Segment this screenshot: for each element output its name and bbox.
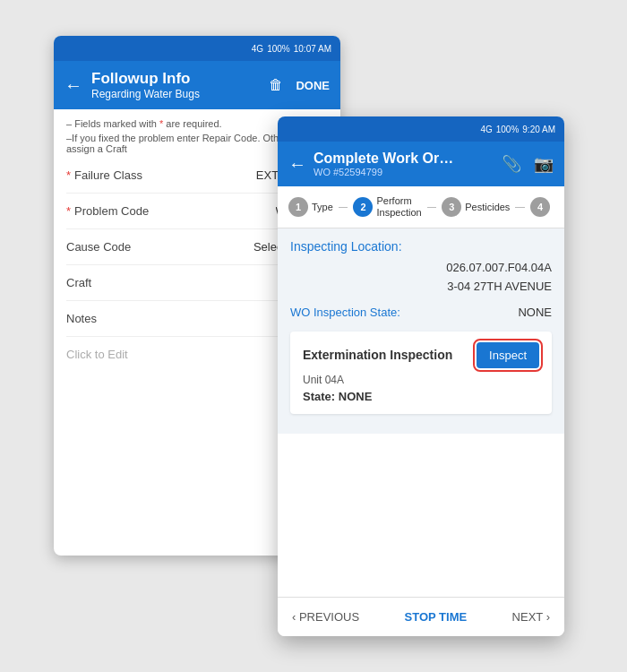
- stop-time-button[interactable]: STOP TIME: [405, 610, 468, 624]
- title-sub-back: Regarding Water Bugs: [91, 88, 269, 100]
- problem-code-label: * Problem Code: [66, 204, 149, 218]
- step-connector-1: [339, 207, 348, 208]
- title-main-back: Followup Info: [91, 70, 269, 88]
- required-marker-1: *: [159, 118, 163, 129]
- step-circle-3: 3: [442, 197, 461, 217]
- camera-icon[interactable]: 📷: [534, 154, 554, 174]
- inspection-unit: Unit 04A: [303, 374, 539, 386]
- battery-icon-front: 100%: [496, 125, 520, 134]
- header-icons-front: 📎 📷: [502, 154, 554, 174]
- location-line2: 3-04 27TH AVENUE: [290, 278, 552, 297]
- wo-inspection-state-row: WO Inspection State: NONE: [290, 306, 552, 319]
- status-bar-front: 4G 100% 9:20 AM: [278, 116, 564, 142]
- inspection-state: State: NONE: [303, 390, 539, 403]
- location-text: 026.07.007.F04.04A 3-04 27TH AVENUE: [290, 259, 552, 297]
- bottom-nav: ‹ PREVIOUS STOP TIME NEXT ›: [278, 597, 564, 636]
- step-circle-4: 4: [530, 197, 550, 217]
- inspection-card: Extermination Inspection Inspect Unit 04…: [290, 332, 552, 414]
- step-2: 2 PerformInspection: [353, 195, 421, 219]
- inspection-card-header: Extermination Inspection Inspect: [303, 342, 539, 368]
- step-connector-3: [515, 207, 525, 208]
- craft-text: Craft: [66, 276, 91, 289]
- time-front: 9:20 AM: [522, 125, 555, 134]
- app-header-front: ← Complete Work Or… WO #52594799 📎 📷: [278, 142, 564, 186]
- inspection-state-value: NONE: [339, 390, 373, 403]
- step-1: 1 Type: [288, 197, 333, 217]
- main-content: Inspecting Location: 026.07.007.F04.04A …: [278, 228, 564, 434]
- cause-code-text: Cause Code: [66, 240, 131, 254]
- attachment-icon[interactable]: 📎: [502, 154, 521, 174]
- step-label-1: Type: [312, 202, 333, 213]
- inspect-button[interactable]: Inspect: [477, 342, 539, 368]
- header-center-front: Complete Work Or… WO #52594799: [314, 151, 502, 177]
- step-label-2: PerformInspection: [376, 195, 421, 219]
- header-actions-back: 🗑 DONE: [269, 77, 330, 93]
- time-back: 10:07 AM: [294, 44, 331, 54]
- step-circle-1: 1: [288, 197, 308, 217]
- step-connector-2: [427, 207, 437, 208]
- wo-inspection-state-value: NONE: [518, 306, 552, 319]
- app-header-back: ← Followup Info Regarding Water Bugs 🗑 D…: [54, 61, 340, 109]
- inspecting-location-title: Inspecting Location:: [290, 239, 552, 254]
- step-label-3: Pesticides: [465, 202, 510, 213]
- phone-front: 4G 100% 9:20 AM ← Complete Work Or… WO #…: [278, 116, 564, 636]
- inspection-state-label: State:: [303, 390, 335, 403]
- problem-code-text: Problem Code: [74, 204, 149, 218]
- battery-icon-back: 100%: [267, 44, 290, 54]
- failure-class-text: Failure Class: [74, 168, 142, 182]
- wo-inspection-state-label: WO Inspection State:: [290, 306, 400, 319]
- next-button[interactable]: NEXT ›: [512, 610, 550, 624]
- cause-code-label: Cause Code: [66, 240, 131, 254]
- craft-label: Craft: [66, 276, 91, 289]
- req-star-1: *: [66, 168, 71, 182]
- previous-button[interactable]: ‹ PREVIOUS: [292, 610, 359, 624]
- back-button-front[interactable]: ←: [288, 154, 306, 175]
- step-circle-2: 2: [353, 197, 373, 217]
- signal-icon-back: 4G: [252, 44, 263, 54]
- notes-label: Notes: [66, 312, 97, 325]
- header-title-back: Followup Info Regarding Water Bugs: [91, 70, 269, 100]
- location-line1: 026.07.007.F04.04A: [290, 259, 552, 278]
- status-bar-back: 4G 100% 10:07 AM: [54, 36, 340, 61]
- failure-class-label: * Failure Class: [66, 168, 142, 182]
- notes-text: Notes: [66, 312, 97, 325]
- req-star-2: *: [66, 204, 71, 218]
- status-icons-back: 4G 100% 10:07 AM: [252, 44, 331, 54]
- signal-icon-front: 4G: [480, 125, 492, 134]
- stepper: 1 Type 2 PerformInspection 3 Pesticides …: [278, 186, 564, 228]
- title-main-front: Complete Work Or…: [314, 151, 502, 167]
- step-3: 3 Pesticides: [442, 197, 510, 217]
- title-sub-front: WO #52594799: [314, 167, 502, 177]
- step-4: 4: [530, 197, 554, 217]
- done-button-back[interactable]: DONE: [296, 79, 330, 92]
- back-button-back[interactable]: ←: [64, 75, 82, 96]
- inspection-title: Extermination Inspection: [303, 348, 452, 362]
- delete-button-back[interactable]: 🗑: [269, 77, 283, 93]
